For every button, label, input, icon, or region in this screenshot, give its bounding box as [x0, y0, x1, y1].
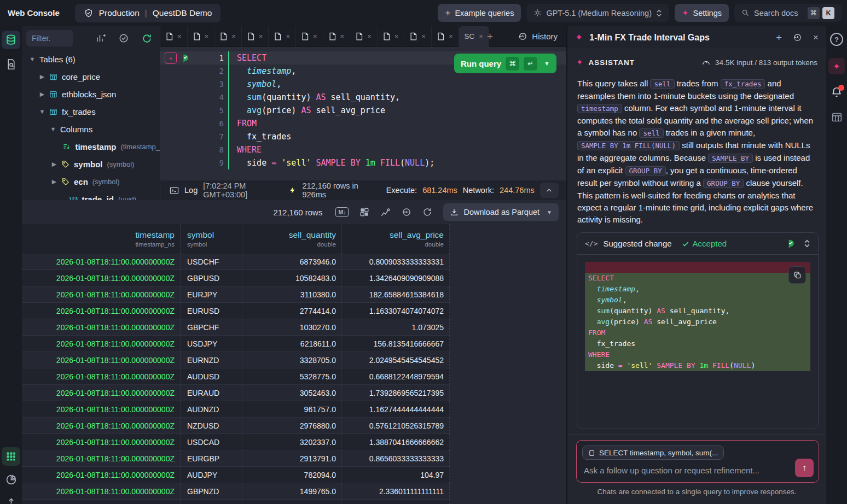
cell-symbol[interactable] [181, 500, 242, 504]
cell-symbol[interactable]: AUDNZD [181, 401, 242, 418]
editor-tab[interactable]: × [242, 26, 269, 47]
refresh-tables-icon[interactable] [142, 33, 152, 44]
cell-sell_quantity[interactable]: 3328705.0 [242, 352, 342, 368]
chevron-down-icon[interactable]: ▼ [49, 126, 57, 132]
example-queries-button[interactable]: + Example queries [438, 4, 521, 22]
table-row[interactable]: 2026-01-08T18:11:00.000000000ZGBPNZD1499… [22, 483, 566, 500]
cell-sell_quantity[interactable]: 1499765.0 [242, 483, 342, 500]
cell-symbol[interactable]: EURUSD [181, 303, 242, 319]
cell-sell_avg_price[interactable]: 182.65884615384618 [342, 286, 450, 303]
cell-timestamp[interactable]: 2026-01-08T18:11:00.000000000Z [22, 450, 181, 467]
cell-sell_quantity[interactable]: 3110380.0 [242, 286, 342, 303]
cell-sell_quantity[interactable]: 3052463.0 [242, 385, 342, 401]
editor-line[interactable]: 8WHERE [160, 143, 566, 156]
chevron-right-icon[interactable]: ▶ [50, 178, 58, 185]
close-tab-icon[interactable]: × [286, 32, 290, 40]
cell-timestamp[interactable]: 2026-01-08T18:11:00.000000000Z [22, 385, 181, 401]
sidebar-table-ethblocks_json[interactable]: ▶ethblocks_json [22, 85, 160, 103]
editor-line[interactable]: 7 fx_trades [160, 130, 566, 143]
cell-sell_quantity[interactable]: 961757.0 [242, 401, 342, 418]
run-options-chevron-icon[interactable]: ▼ [544, 60, 550, 67]
cell-sell_quantity[interactable]: 5328775.0 [242, 368, 342, 385]
cell-symbol[interactable]: GBPUSD [181, 270, 242, 286]
expand-collapse-button[interactable] [804, 239, 810, 248]
editor-tab[interactable]: × [296, 26, 323, 47]
cell-sell_quantity[interactable]: 782094.0 [242, 467, 342, 483]
close-tab-icon[interactable]: × [395, 32, 399, 40]
table-row[interactable]: 2026-01-08T18:11:00.000000000ZAUDJPY7820… [22, 467, 566, 483]
close-tab-icon[interactable]: × [231, 32, 236, 40]
column-header-symbol[interactable]: symbolsymbol [181, 224, 242, 254]
table-row[interactable]: 2026-01-08T18:11:00.000000000ZAUDUSD5328… [22, 368, 566, 385]
chat-history-button[interactable] [793, 33, 802, 42]
attached-query-chip[interactable]: SELECT timestamp, symbol, sum(... [582, 446, 724, 460]
sql-editor[interactable]: ✦1SELECT2 timestamp,3 symbol,4 sum(quant… [160, 47, 566, 180]
editor-line[interactable]: 6FROM [160, 117, 566, 130]
chevron-down-icon[interactable]: ▼ [28, 56, 36, 62]
new-chat-button[interactable]: + [776, 32, 782, 44]
editor-line[interactable]: 3 symbol, [160, 78, 566, 91]
close-tab-icon[interactable]: × [205, 32, 209, 40]
cell-sell_avg_price[interactable]: 1.1627444444444444 [342, 401, 450, 418]
cell-sell_quantity[interactable] [242, 500, 342, 504]
cell-sell_avg_price[interactable]: 0.6688122448979594 [342, 368, 450, 385]
editor-tab[interactable]: × [350, 26, 378, 47]
cell-timestamp[interactable]: 2026-01-08T18:11:00.000000000Z [22, 319, 181, 336]
cell-sell_avg_price[interactable]: 0.8009033333333331 [342, 254, 450, 270]
cell-symbol[interactable]: EURGBP [181, 450, 242, 467]
cell-symbol[interactable]: GBPNZD [181, 483, 242, 500]
cell-sell_avg_price[interactable]: 1.7392869565217395 [342, 385, 450, 401]
editor-tab[interactable]: × [214, 26, 242, 47]
cell-timestamp[interactable]: 2026-01-08T18:11:00.000000000Z [22, 286, 181, 303]
close-tab-icon[interactable]: × [479, 32, 483, 40]
schema-search-button[interactable] [2, 55, 20, 73]
cell-timestamp[interactable] [22, 500, 181, 504]
cell-sell_avg_price[interactable] [342, 500, 450, 504]
cell-sell_avg_price[interactable]: 1.073025 [342, 319, 450, 336]
cell-symbol[interactable]: NZDUSD [181, 418, 242, 434]
chevron-down-icon[interactable]: ▼ [38, 108, 46, 115]
editor-tab[interactable]: × [188, 26, 215, 47]
chart-view-button[interactable] [2, 470, 20, 489]
column-header-sell_quantity[interactable]: sell_quantitydouble [242, 224, 342, 254]
download-options-chevron-icon[interactable]: ▼ [547, 209, 552, 215]
add-metrics-icon[interactable] [96, 33, 106, 43]
cell-timestamp[interactable]: 2026-01-08T18:11:00.000000000Z [22, 483, 181, 500]
table-row[interactable] [22, 500, 566, 504]
table-row[interactable]: 2026-01-08T18:11:00.000000000ZNZDUSD2976… [22, 418, 566, 434]
table-row[interactable]: 2026-01-08T18:11:00.000000000ZEURNZD3328… [22, 352, 566, 368]
cell-symbol[interactable]: AUDUSD [181, 368, 242, 385]
table-schema-button[interactable] [831, 112, 843, 123]
result-grid-view-button[interactable] [2, 447, 20, 466]
sidebar-column-timestamp[interactable]: timestamp(timestamp_ [22, 138, 160, 155]
cell-sell_quantity[interactable]: 6218611.0 [242, 336, 342, 352]
cell-sell_avg_price[interactable]: 104.97 [342, 467, 450, 483]
cell-symbol[interactable]: USDCAD [181, 434, 242, 450]
editor-tab[interactable]: × [269, 26, 296, 47]
tree-root-tables[interactable]: ▼Tables (6) [22, 50, 160, 68]
editor-tab[interactable]: × [378, 26, 405, 47]
editor-tab[interactable]: × [323, 26, 351, 47]
table-row[interactable]: 2026-01-08T18:11:00.000000000ZAUDNZD9617… [22, 401, 566, 418]
cell-timestamp[interactable]: 2026-01-08T18:11:00.000000000Z [22, 467, 181, 483]
cell-timestamp[interactable]: 2026-01-08T18:11:00.000000000Z [22, 254, 181, 270]
cell-sell_avg_price[interactable]: 2.336011111111111 [342, 483, 450, 500]
cell-sell_avg_price[interactable]: 1.3887041666666662 [342, 434, 450, 450]
cell-sell_quantity[interactable]: 6873946.0 [242, 254, 342, 270]
cell-timestamp[interactable]: 2026-01-08T18:11:00.000000000Z [22, 336, 181, 352]
table-row[interactable]: 2026-01-08T18:11:00.000000000ZEURGBP2913… [22, 450, 566, 467]
cell-symbol[interactable]: EURNZD [181, 352, 242, 368]
search-docs-button[interactable]: Search docs ⌘ K [734, 4, 842, 22]
table-row[interactable]: 2026-01-08T18:11:00.000000000ZEURUSD2774… [22, 303, 566, 319]
cell-sell_quantity[interactable]: 2774414.0 [242, 303, 342, 319]
cell-sell_avg_price[interactable]: 1.3426409090909088 [342, 270, 450, 286]
help-button[interactable]: ? [830, 33, 843, 46]
close-tab-icon[interactable]: × [177, 32, 182, 40]
notifications-button[interactable] [831, 86, 843, 98]
table-row[interactable]: 2026-01-08T18:11:00.000000000ZUSDCHF6873… [22, 254, 566, 270]
instance-badge[interactable]: Production | QuestDB Demo [75, 4, 221, 22]
editor-tab[interactable]: × [404, 26, 432, 47]
download-parquet-button[interactable]: Download as Parquet ▼ [443, 203, 559, 221]
settings-button[interactable]: ✦ Settings [675, 4, 729, 22]
cell-sell_avg_price[interactable]: 1.1633074074074072 [342, 303, 450, 319]
